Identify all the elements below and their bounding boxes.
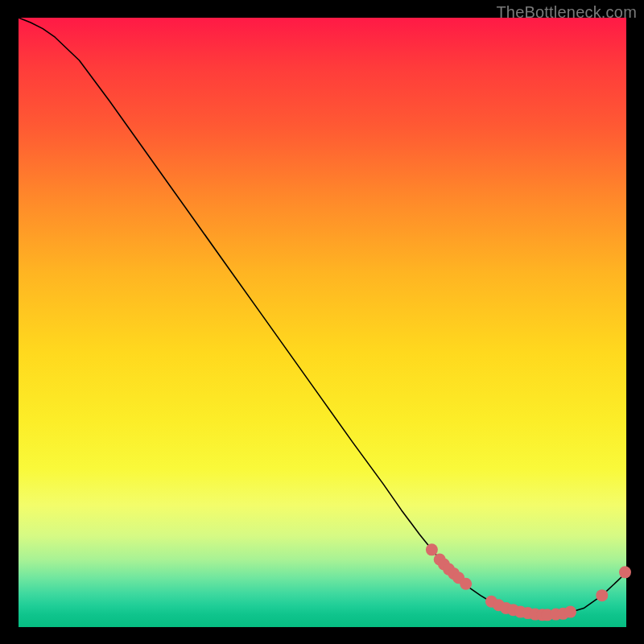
marker-point xyxy=(596,589,608,601)
marker-point xyxy=(619,566,631,578)
marker-point xyxy=(426,543,438,555)
chart-curve xyxy=(19,18,626,615)
marker-point xyxy=(460,578,472,590)
chart-container: TheBottleneck.com xyxy=(0,0,644,644)
marker-point xyxy=(564,606,576,618)
curve-path xyxy=(19,18,626,615)
chart-markers xyxy=(426,543,631,621)
chart-overlay-svg xyxy=(19,18,626,627)
